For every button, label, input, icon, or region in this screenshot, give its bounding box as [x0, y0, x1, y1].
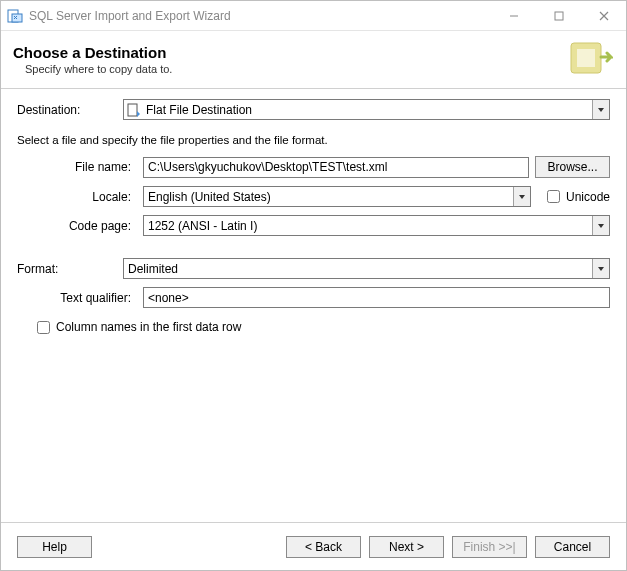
chevron-down-icon — [592, 259, 609, 278]
column-names-checkbox[interactable] — [37, 321, 50, 334]
svg-rect-6 — [128, 104, 137, 116]
wizard-graphic-icon — [562, 36, 614, 84]
svg-rect-1 — [12, 14, 22, 22]
svg-rect-5 — [577, 49, 595, 67]
column-names-label: Column names in the first data row — [56, 320, 241, 334]
next-button[interactable]: Next > — [369, 536, 444, 558]
format-select[interactable]: Delimited — [123, 258, 610, 279]
format-value: Delimited — [124, 262, 592, 276]
close-button[interactable] — [581, 1, 626, 30]
chevron-down-icon — [592, 100, 609, 119]
column-names-checkbox-wrap[interactable]: Column names in the first data row — [37, 320, 241, 334]
footer: Help < Back Next > Finish >>| Cancel — [1, 522, 626, 570]
wizard-window: SQL Server Import and Export Wizard Choo… — [0, 0, 627, 571]
code-page-value: 1252 (ANSI - Latin I) — [144, 219, 592, 233]
app-icon — [7, 8, 23, 24]
destination-select[interactable]: Flat File Destination — [123, 99, 610, 120]
locale-select[interactable]: English (United States) — [143, 186, 531, 207]
chevron-down-icon — [513, 187, 530, 206]
window-buttons — [491, 1, 626, 30]
unicode-checkbox[interactable] — [547, 190, 560, 203]
content-area: Destination: Flat File Destination Selec… — [1, 89, 626, 522]
code-page-select[interactable]: 1252 (ANSI - Latin I) — [143, 215, 610, 236]
browse-button[interactable]: Browse... — [535, 156, 610, 178]
finish-button[interactable]: Finish >>| — [452, 536, 527, 558]
file-name-input[interactable] — [143, 157, 529, 178]
chevron-down-icon — [592, 216, 609, 235]
window-title: SQL Server Import and Export Wizard — [29, 9, 491, 23]
svg-rect-3 — [555, 12, 563, 20]
help-button[interactable]: Help — [17, 536, 92, 558]
format-label: Format: — [17, 262, 117, 276]
text-qualifier-input[interactable] — [143, 287, 610, 308]
code-page-label: Code page: — [17, 219, 137, 233]
maximize-button[interactable] — [536, 1, 581, 30]
locale-label: Locale: — [17, 190, 137, 204]
cancel-button[interactable]: Cancel — [535, 536, 610, 558]
titlebar: SQL Server Import and Export Wizard — [1, 1, 626, 31]
page-subtitle: Specify where to copy data to. — [13, 63, 562, 75]
minimize-button[interactable] — [491, 1, 536, 30]
destination-label: Destination: — [17, 103, 117, 117]
file-name-label: File name: — [17, 160, 137, 174]
destination-value: Flat File Destination — [146, 103, 592, 117]
unicode-checkbox-wrap[interactable]: Unicode — [547, 190, 610, 204]
flat-file-icon — [126, 102, 142, 118]
back-button[interactable]: < Back — [286, 536, 361, 558]
instruction-text: Select a file and specify the file prope… — [17, 134, 610, 146]
text-qualifier-label: Text qualifier: — [17, 291, 137, 305]
page-title: Choose a Destination — [13, 44, 562, 61]
unicode-label: Unicode — [566, 190, 610, 204]
locale-value: English (United States) — [144, 190, 513, 204]
banner: Choose a Destination Specify where to co… — [1, 31, 626, 89]
